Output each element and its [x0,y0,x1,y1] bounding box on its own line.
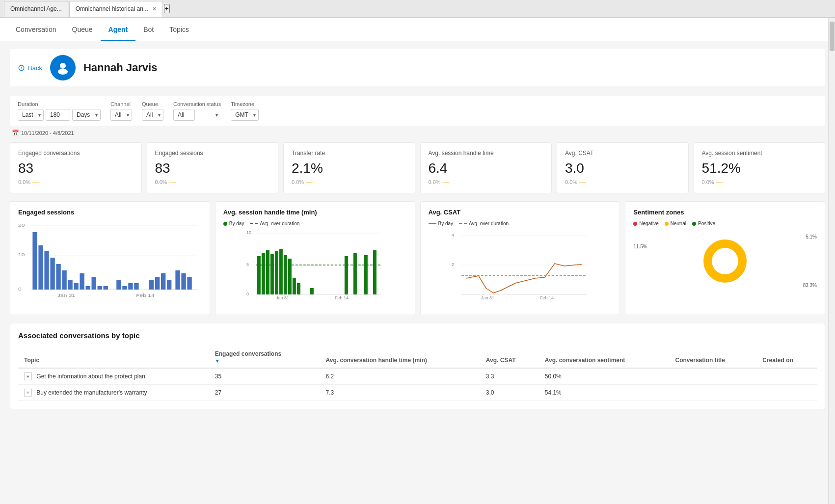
status-select[interactable]: All [173,109,195,121]
td-topic-1: + Buy extended the manufacturer's warran… [18,385,209,401]
kpi-engaged-sessions-title: Engaged sessions [155,150,270,157]
duration-filter: Duration Last Days [18,101,101,121]
add-tab-button[interactable]: + [164,4,170,13]
kpi-avg-handle-time: Avg. session handle time 6.4 0.0% — [420,142,552,193]
back-button[interactable]: ⊙ Back [18,62,42,73]
svg-point-1 [58,69,68,75]
svg-rect-47 [284,255,287,294]
kpi-avg-sentiment-title: Avg. session sentiment [702,150,817,157]
csat-legend-by-day-label: By day [438,221,454,226]
duration-value-input[interactable] [46,109,70,121]
kpi-avg-csat-title: Avg. CSAT [565,150,680,157]
close-tab-icon[interactable]: ✕ [152,6,157,12]
sentiment-zones-chart: Sentiment zones Negative Neutral Positiv… [625,201,825,315]
th-engaged-conversations[interactable]: Engaged conversations ▼ [209,346,320,368]
engaged-sessions-chart-area: 20 10 0 [18,221,202,299]
engaged-sessions-chart: Engaged sessions 20 10 0 [10,201,210,315]
nav-agent[interactable]: Agent [101,18,136,41]
svg-rect-22 [122,286,127,290]
svg-text:Feb 14: Feb 14 [539,295,553,300]
svg-rect-27 [161,273,165,290]
td-csat-1: 3.0 [480,385,539,401]
channel-label: Channel [110,101,132,107]
svg-text:4: 4 [451,233,454,238]
neutral-dot [665,222,669,226]
duration-preset-wrapper[interactable]: Last [18,109,44,121]
table-section: Associated conversations by topic Topic … [10,323,825,409]
channel-select-wrapper[interactable]: All [110,109,132,121]
kpi-dash-0: — [32,178,39,186]
table-header-row: Topic Engaged conversations ▼ Avg. conve… [18,346,817,368]
nav-bot[interactable]: Bot [135,18,162,41]
nav-conversation[interactable]: Conversation [8,18,64,41]
timezone-filter: Timezone GMT [231,101,259,121]
duration-unit-wrapper[interactable]: Days [72,109,101,121]
channel-filter: Channel All [110,101,132,121]
svg-text:5: 5 [246,262,249,267]
browser-tabs: Omnichannel Age... Omnichannel historica… [0,0,835,18]
svg-rect-12 [56,264,60,290]
svg-rect-41 [257,256,261,294]
filters-row: Duration Last Days Channel All [10,96,825,126]
scrollbar-thumb[interactable] [830,22,835,51]
svg-text:10: 10 [246,230,251,235]
status-select-wrapper[interactable]: All [173,109,221,121]
kpi-avg-csat-change: 0.0% — [565,178,680,186]
browser-tab-1[interactable]: Omnichannel Age... [4,1,68,17]
td-engaged-0: 35 [209,368,320,385]
channel-select[interactable]: All [110,109,132,121]
expand-row-0-button[interactable]: + [24,372,32,380]
timezone-select-wrapper[interactable]: GMT [231,109,259,121]
svg-rect-26 [155,277,160,290]
svg-rect-42 [262,253,265,294]
negative-dot [633,222,637,226]
kpi-engaged-conversations-value: 83 [18,160,134,176]
td-created-0 [756,368,817,385]
negative-label: Negative [639,221,658,226]
legend-avg-line [250,223,258,224]
csat-legend-avg: Avg. over duration [459,221,509,226]
status-label: Conversation status [173,101,221,107]
expand-row-1-button[interactable]: + [24,389,32,397]
avg-handle-time-legend: By day Avg. over duration [223,221,407,226]
svg-rect-8 [32,232,37,290]
queue-select[interactable]: All [142,109,163,121]
sentiment-legend: Negative Neutral Positive [633,221,817,226]
td-engaged-1: 27 [209,385,320,401]
legend-by-day-label: By day [229,221,244,226]
kpi-avg-sentiment-value: 51.2% [702,160,817,176]
legend-avg-duration: Avg. over duration [250,221,299,226]
duration-preset-select[interactable]: Last [18,109,44,121]
svg-text:20: 20 [18,223,25,228]
svg-rect-17 [85,286,90,290]
topic-0-text: Get the information about the protect pl… [36,373,145,380]
status-filter: Conversation status All [173,101,221,121]
browser-tab-2[interactable]: Omnichannel historical an... ✕ [69,1,163,17]
duration-label: Duration [18,101,101,107]
th-created-on: Created on [756,346,817,368]
kpi-transfer-rate-title: Transfer rate [292,150,407,157]
scrollbar[interactable] [828,18,835,504]
td-sentiment-0: 50.0% [539,368,670,385]
table-row: + Get the information about the protect … [18,368,817,385]
kpi-dash-2: — [306,178,313,186]
nav-topics[interactable]: Topics [162,18,197,41]
svg-text:Feb 14: Feb 14 [136,293,154,298]
svg-rect-13 [62,270,66,290]
duration-controls: Last Days [18,109,101,121]
avg-csat-legend: By day Avg. over duration [429,221,612,226]
td-topic-0: + Get the information about the protect … [18,368,209,385]
svg-rect-25 [149,280,154,290]
legend-positive: Positive [692,221,715,226]
kpi-avg-handle-time-change: 0.0% — [429,178,544,186]
timezone-select[interactable]: GMT [231,109,259,121]
kpi-avg-handle-time-value: 6.4 [429,160,544,176]
svg-rect-46 [279,249,283,294]
duration-unit-select[interactable]: Days [72,109,101,121]
kpi-avg-csat-value: 3.0 [565,160,680,176]
avg-csat-chart: Avg. CSAT By day Avg. over duration 4 2 [420,201,620,315]
queue-select-wrapper[interactable]: All [142,109,163,121]
nav-queue[interactable]: Queue [64,18,101,41]
table-section-title: Associated conversations by topic [18,331,817,340]
donut-container: 11.5% 5.1% 83.3% [633,229,817,293]
